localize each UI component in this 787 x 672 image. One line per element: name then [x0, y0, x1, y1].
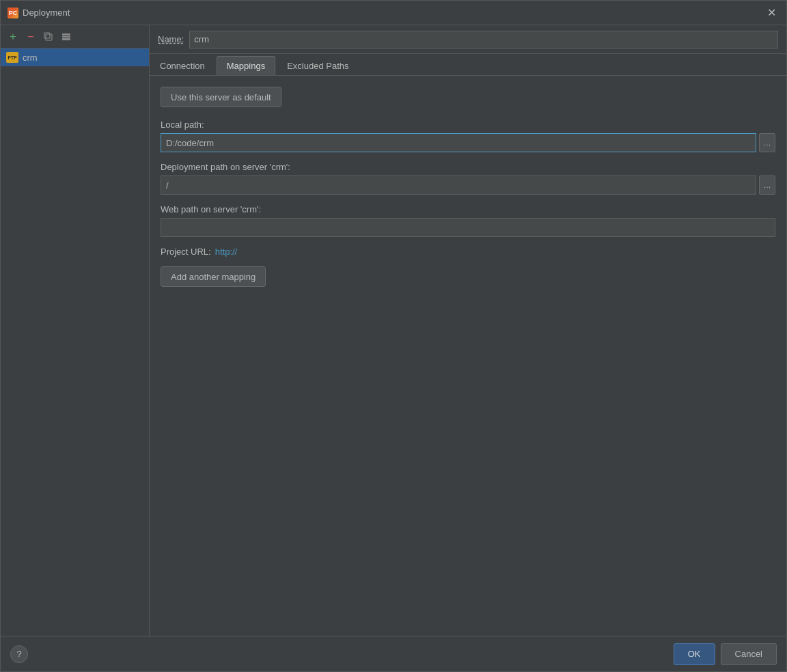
name-label: Name: — [158, 34, 184, 44]
help-button[interactable]: ? — [10, 645, 28, 663]
tab-excluded-paths[interactable]: Excluded Paths — [277, 56, 359, 75]
deployment-dialog: PC Deployment ✕ + − — [0, 0, 787, 672]
close-button[interactable]: ✕ — [763, 5, 779, 21]
add-another-mapping-button[interactable]: Add another mapping — [161, 266, 266, 287]
app-icon: PC — [8, 8, 18, 18]
local-path-input[interactable] — [161, 133, 756, 152]
use-as-default-button[interactable]: Use this server as default — [161, 87, 281, 107]
web-path-input[interactable] — [161, 218, 775, 237]
deployment-path-input[interactable] — [161, 176, 756, 195]
server-type-icon: FTP — [6, 52, 18, 63]
name-row: Name: — [150, 25, 786, 54]
web-path-label: Web path on server 'crm': — [161, 204, 775, 214]
add-server-button[interactable]: + — [5, 29, 21, 45]
tab-connection[interactable]: Connection — [150, 56, 215, 75]
toolbar: + − — [1, 25, 149, 48]
web-path-group: Web path on server 'crm': — [161, 204, 775, 237]
copy-server-button[interactable] — [40, 29, 57, 45]
local-path-label: Local path: — [161, 120, 775, 130]
deployment-path-input-row: … — [161, 176, 775, 195]
right-panel: Name: Connection Mappings Excluded Paths… — [150, 25, 786, 636]
tabs: Connection Mappings Excluded Paths — [150, 54, 786, 76]
local-path-browse-button[interactable]: … — [759, 133, 775, 152]
local-path-input-row: … — [161, 133, 775, 152]
svg-rect-2 — [62, 33, 70, 36]
svg-rect-3 — [62, 36, 70, 38]
remove-server-button[interactable]: − — [23, 29, 39, 45]
dialog-buttons: OK Cancel — [674, 643, 777, 665]
move-server-button[interactable] — [58, 29, 74, 45]
mappings-form: Use this server as default Local path: … — [150, 76, 786, 636]
local-path-group: Local path: … — [161, 120, 775, 152]
project-url-label: Project URL: — [161, 247, 211, 257]
project-url-row: Project URL: http:// — [161, 247, 775, 257]
deployment-path-browse-button[interactable]: … — [759, 176, 775, 195]
content-area: + − FTP — [1, 25, 786, 636]
list-item[interactable]: FTP crm — [1, 48, 149, 66]
project-url-value: http:// — [215, 247, 238, 257]
deployment-path-group: Deployment path on server 'crm': … — [161, 162, 775, 195]
web-path-input-row — [161, 218, 775, 237]
svg-rect-4 — [62, 38, 70, 40]
left-panel: + − FTP — [1, 25, 150, 636]
name-input[interactable] — [189, 31, 778, 48]
svg-rect-0 — [46, 34, 52, 40]
server-item-label: crm — [23, 53, 38, 63]
tab-mappings[interactable]: Mappings — [217, 56, 275, 75]
bottom-bar: ? OK Cancel — [1, 636, 786, 671]
ok-button[interactable]: OK — [674, 643, 715, 665]
cancel-button[interactable]: Cancel — [721, 643, 777, 665]
svg-rect-1 — [44, 33, 50, 38]
default-button-row: Use this server as default — [161, 87, 775, 107]
deployment-path-label: Deployment path on server 'crm': — [161, 162, 775, 172]
dialog-title: Deployment — [23, 8, 70, 18]
title-bar: PC Deployment ✕ — [1, 1, 786, 25]
server-list: FTP crm — [1, 48, 149, 636]
title-bar-left: PC Deployment — [8, 8, 70, 18]
